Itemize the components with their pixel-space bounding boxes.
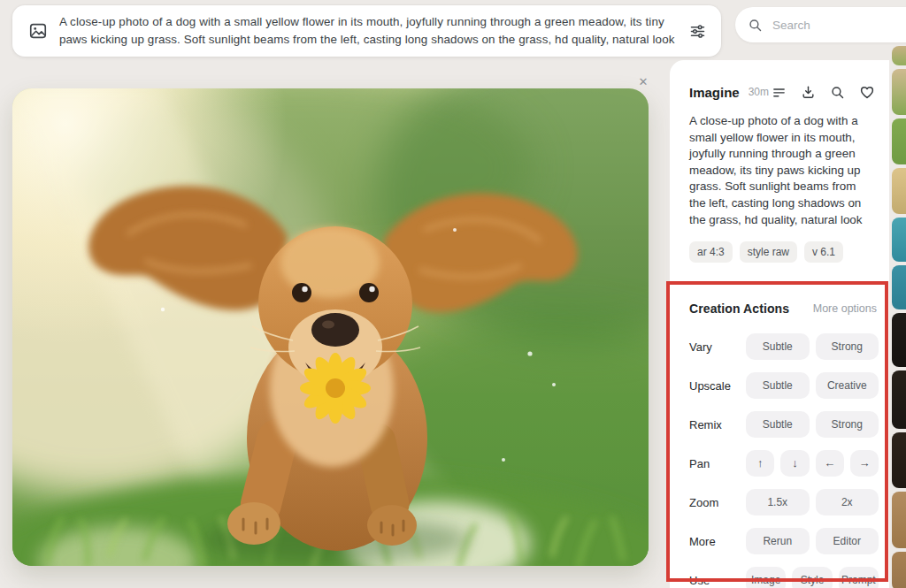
- thumbnail[interactable]: [892, 168, 906, 214]
- search-icon[interactable]: [830, 85, 845, 100]
- thumbnail[interactable]: [892, 69, 906, 115]
- parameter-tag: style raw: [740, 241, 797, 263]
- detail-panel-header: Imagine 30m: [689, 84, 875, 100]
- image-icon: [28, 21, 48, 41]
- creation-action-label: Remix: [689, 418, 746, 431]
- generated-image[interactable]: [12, 88, 649, 566]
- creation-action-row: UpscaleSubtleCreative: [689, 372, 879, 399]
- settings-sliders-icon[interactable]: [688, 22, 707, 41]
- midjourney-app-window: A close-up photo of a dog with a small y…: [0, 0, 906, 588]
- vary-strong-button[interactable]: Strong: [816, 333, 879, 360]
- creation-action-label: Upscale: [689, 379, 746, 393]
- use-style-button[interactable]: Style: [792, 567, 832, 588]
- more-options-link[interactable]: More options: [813, 302, 877, 315]
- pan-right-button[interactable]: →: [850, 450, 879, 477]
- creation-action-row: VarySubtleStrong: [689, 333, 879, 360]
- heart-icon[interactable]: [859, 84, 875, 100]
- thumbnail[interactable]: [892, 265, 906, 309]
- remix-subtle-button[interactable]: Subtle: [746, 411, 810, 438]
- parameter-tag: ar 4:3: [689, 241, 733, 263]
- pan-down-button[interactable]: ↓: [780, 450, 809, 477]
- prompt-input[interactable]: A close-up photo of a dog with a small y…: [59, 13, 677, 49]
- parameter-tags: ar 4:3style rawv 6.1: [689, 241, 873, 263]
- close-icon[interactable]: ✕: [634, 73, 652, 90]
- creation-action-label: Zoom: [689, 496, 746, 509]
- creation-action-row: Pan↑↓←→: [689, 450, 879, 477]
- job-type-label: Imagine: [689, 85, 740, 100]
- creation-action-row: MoreRerunEditor: [689, 528, 879, 554]
- vary-subtle-button[interactable]: Subtle: [746, 333, 810, 360]
- creation-actions-rows: VarySubtleStrongUpscaleSubtleCreativeRem…: [689, 333, 879, 588]
- thumbnail[interactable]: [892, 432, 906, 488]
- use-prompt-button[interactable]: Prompt: [839, 567, 879, 588]
- use-image-button[interactable]: Image: [746, 567, 786, 588]
- pan-up-button[interactable]: ↑: [746, 450, 774, 477]
- creation-actions-header: Creation Actions More options: [689, 302, 877, 316]
- search-input[interactable]: [771, 18, 880, 33]
- download-icon[interactable]: [801, 85, 816, 100]
- thumbnail[interactable]: [892, 552, 906, 588]
- thumbnail[interactable]: [892, 313, 906, 367]
- zoom-2x-button[interactable]: 2x: [816, 489, 879, 515]
- creation-action-row: Zoom1.5x2x: [689, 489, 879, 515]
- thumbnail[interactable]: [892, 46, 906, 65]
- job-prompt-text: A close-up photo of a dog with a small y…: [689, 113, 873, 228]
- job-timestamp: 30m: [749, 86, 772, 98]
- upscale-subtle-button[interactable]: Subtle: [746, 372, 810, 399]
- search-bar[interactable]: [735, 7, 906, 42]
- creation-action-label: More: [689, 535, 746, 548]
- upscale-creative-button[interactable]: Creative: [816, 372, 879, 399]
- thumbnail[interactable]: [892, 118, 906, 164]
- parameter-tag: v 6.1: [804, 241, 843, 263]
- zoom-1-5x-button[interactable]: 1.5x: [746, 489, 810, 515]
- sort-lines-icon[interactable]: [772, 85, 787, 100]
- creation-action-label: Use: [689, 574, 746, 587]
- more-rerun-button[interactable]: Rerun: [746, 528, 810, 554]
- thumbnail[interactable]: [892, 218, 906, 262]
- creation-action-label: Vary: [689, 340, 746, 354]
- thumbnail[interactable]: [892, 370, 906, 429]
- creation-actions-title: Creation Actions: [689, 302, 813, 316]
- creation-action-label: Pan: [689, 457, 746, 470]
- thumbnail-rail: [892, 46, 906, 588]
- prompt-bar[interactable]: A close-up photo of a dog with a small y…: [12, 5, 721, 57]
- creation-action-row: RemixSubtleStrong: [689, 411, 879, 438]
- more-editor-button[interactable]: Editor: [816, 528, 879, 554]
- pan-left-button[interactable]: ←: [816, 450, 844, 477]
- thumbnail[interactable]: [892, 492, 906, 548]
- remix-strong-button[interactable]: Strong: [816, 411, 879, 438]
- detail-panel: Imagine 30m: [670, 60, 889, 588]
- search-icon: [748, 18, 763, 33]
- creation-action-row: UseImageStylePrompt: [689, 567, 879, 588]
